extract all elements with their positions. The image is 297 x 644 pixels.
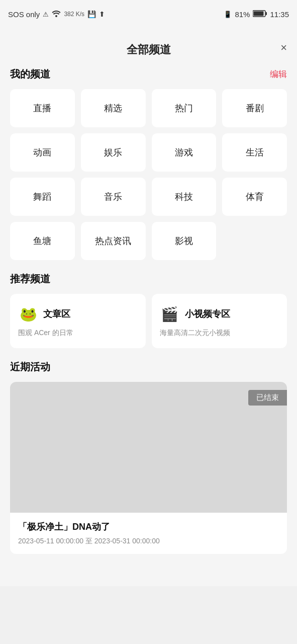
channel-item[interactable]: 舞蹈: [10, 178, 75, 216]
channel-item[interactable]: 鱼塘: [10, 222, 75, 260]
phone-icon: 📱: [224, 11, 232, 18]
recommended-section: 推荐频道 🐸文章区围观 ACer 的日常🎬小视频专区海量高清二次元小视频: [0, 272, 297, 360]
svg-point-0: [55, 15, 57, 17]
sos-text: SOS only: [8, 10, 40, 19]
activity-section: 近期活动 已结束 「极乐净土」DNA动了 2023-05-11 00:00:00…: [0, 360, 297, 566]
main-container: 全部频道 × 我的频道 编辑 直播精选热门番剧动画娱乐游戏生活舞蹈音乐科技体育鱼…: [0, 28, 297, 586]
channel-item[interactable]: 科技: [152, 178, 217, 216]
page-header: 全部频道 ×: [0, 28, 297, 67]
page-title: 全部频道: [127, 42, 171, 57]
activity-image: [10, 382, 287, 513]
network-speed: 382 K/s: [64, 11, 84, 18]
recommended-grid: 🐸文章区围观 ACer 的日常🎬小视频专区海量高清二次元小视频: [10, 294, 287, 348]
activity-badge: 已结束: [248, 390, 287, 406]
recommended-icon: 🎬: [160, 304, 180, 324]
wifi-icon: [52, 10, 61, 19]
channel-item[interactable]: 音乐: [81, 178, 146, 216]
channel-item[interactable]: 动画: [10, 133, 75, 172]
channel-item[interactable]: 热门: [152, 89, 217, 127]
status-bar: SOS only ⚠ 382 K/s 💾 ⬆ 📱 81% 11:35: [0, 0, 297, 28]
activity-date: 2023-05-11 00:00:00 至 2023-05-31 00:00:0…: [18, 537, 279, 546]
battery-icon: [253, 10, 267, 19]
activity-info: 「极乐净土」DNA动了 2023-05-11 00:00:00 至 2023-0…: [10, 513, 287, 554]
svg-rect-3: [254, 11, 264, 16]
channel-item[interactable]: 热点资讯: [81, 222, 146, 260]
upload-icon: ⬆: [99, 10, 105, 18]
my-channels-title: 我的频道: [10, 67, 50, 81]
recommended-title: 推荐频道: [10, 272, 50, 286]
recommended-item[interactable]: 🐸文章区围观 ACer 的日常: [10, 294, 146, 348]
channel-grid: 直播精选热门番剧动画娱乐游戏生活舞蹈音乐科技体育鱼塘热点资讯影视: [10, 89, 287, 260]
channel-item[interactable]: 体育: [222, 178, 287, 216]
edit-button[interactable]: 编辑: [270, 68, 287, 80]
time: 11:35: [270, 10, 289, 19]
battery-pct: 81%: [235, 10, 250, 19]
activity-card[interactable]: 已结束 「极乐净土」DNA动了 2023-05-11 00:00:00 至 20…: [10, 382, 287, 554]
recommended-item-subtitle: 海量高清二次元小视频: [160, 328, 279, 338]
recommended-header: 推荐频道: [10, 272, 287, 286]
svg-rect-2: [266, 12, 267, 15]
recommended-item-subtitle: 围观 ACer 的日常: [18, 328, 138, 338]
close-button[interactable]: ×: [280, 42, 287, 53]
recommended-item-title: 小视频专区: [185, 308, 230, 320]
channel-item[interactable]: 精选: [81, 89, 146, 127]
recommended-item[interactable]: 🎬小视频专区海量高清二次元小视频: [152, 294, 287, 348]
recommended-item-header: 🐸文章区: [18, 304, 138, 324]
storage-icon: 💾: [87, 10, 96, 18]
status-left: SOS only ⚠ 382 K/s 💾 ⬆: [8, 10, 105, 19]
recommended-icon: 🐸: [18, 304, 38, 324]
my-channels-section: 我的频道 编辑 直播精选热门番剧动画娱乐游戏生活舞蹈音乐科技体育鱼塘热点资讯影视: [0, 67, 297, 272]
activity-title: 近期活动: [10, 360, 287, 374]
my-channels-header: 我的频道 编辑: [10, 67, 287, 81]
channel-item[interactable]: 番剧: [222, 89, 287, 127]
channel-item[interactable]: 直播: [10, 89, 75, 127]
channel-item[interactable]: 游戏: [152, 133, 217, 172]
channel-item[interactable]: 影视: [152, 222, 217, 260]
activity-name: 「极乐净土」DNA动了: [18, 521, 279, 533]
channel-item[interactable]: 生活: [222, 133, 287, 172]
status-right: 📱 81% 11:35: [224, 10, 289, 19]
recommended-item-title: 文章区: [43, 308, 70, 320]
warning-icon: ⚠: [43, 11, 49, 18]
channel-item[interactable]: 娱乐: [81, 133, 146, 172]
recommended-item-header: 🎬小视频专区: [160, 304, 279, 324]
